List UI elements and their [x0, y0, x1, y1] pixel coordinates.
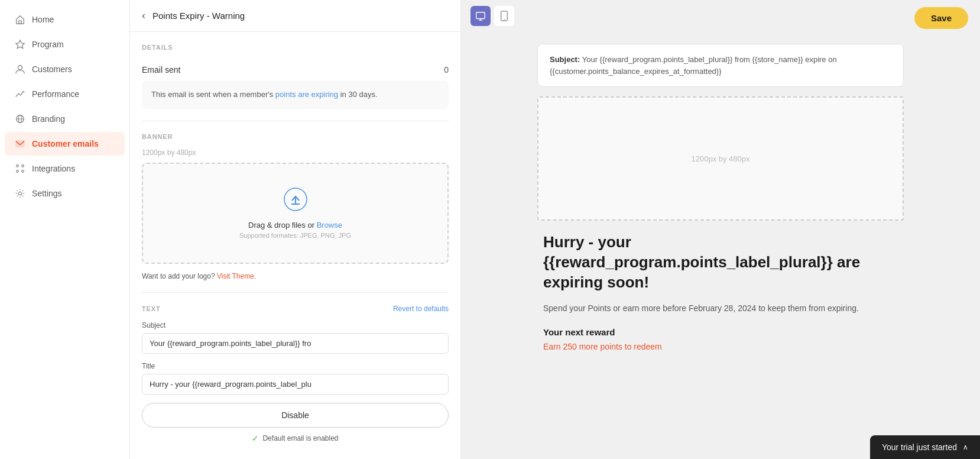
- subject-input[interactable]: [142, 333, 449, 354]
- panel-title: Points Expiry - Warning: [152, 11, 245, 21]
- drop-text-before: Drag & drop files or: [248, 221, 317, 230]
- sidebar-item-customers[interactable]: Customers: [5, 57, 125, 81]
- upload-icon: [155, 188, 436, 216]
- email-body-paragraph: Spend your Points or earn more before Fe…: [543, 302, 898, 315]
- browse-link[interactable]: Browse: [317, 221, 342, 230]
- info-text-before: This email is sent when a member's: [151, 90, 275, 99]
- svg-point-7: [17, 165, 19, 167]
- details-info-box: This email is sent when a member's point…: [142, 80, 449, 109]
- performance-icon: [14, 88, 26, 100]
- desktop-preview-btn[interactable]: [470, 6, 491, 26]
- email-subject-box: Subject: Your {{reward_program.points_la…: [537, 44, 904, 87]
- details-section-label: DETAILS: [142, 44, 449, 51]
- home-icon: [14, 14, 26, 25]
- svg-point-19: [504, 19, 505, 20]
- svg-point-11: [18, 192, 21, 195]
- save-button[interactable]: Save: [914, 7, 968, 29]
- svg-rect-15: [476, 12, 485, 19]
- check-icon: ✓: [252, 434, 259, 443]
- info-text-after: in 30 days.: [338, 90, 378, 99]
- svg-point-10: [22, 170, 24, 173]
- sidebar-item-customer-emails[interactable]: Customer emails: [5, 132, 125, 156]
- preview-panel: Subject: Your {{reward_program.points_la…: [461, 0, 980, 459]
- email-body: Hurry - your {{reward_program.points_lab…: [537, 232, 904, 363]
- panel-content: DETAILS Email sent 0 This email is sent …: [130, 32, 460, 459]
- svg-rect-0: [19, 21, 22, 24]
- detail-panel: ‹ Points Expiry - Warning DETAILS Email …: [130, 0, 461, 459]
- program-icon: [14, 38, 26, 50]
- drop-zone-text: Drag & drop files or Browse: [155, 221, 436, 230]
- svg-point-9: [17, 170, 19, 173]
- subject-value: Your {{reward_program.points_label_plura…: [550, 55, 837, 76]
- sidebar-item-program-label: Program: [32, 40, 64, 49]
- email-next-reward-heading: Your next reward: [543, 327, 898, 337]
- sidebar-item-settings[interactable]: Settings: [5, 182, 125, 205]
- email-points-text: Earn 250 more points to redeem: [543, 342, 898, 351]
- banner-preview-text: 1200px by 480px: [691, 154, 749, 163]
- default-email-text: Default email is enabled: [262, 434, 338, 442]
- svg-point-8: [22, 165, 24, 167]
- text-section-label: TEXT: [142, 305, 161, 312]
- panel-header: ‹ Points Expiry - Warning: [130, 0, 460, 32]
- banner-section-label: BANNER: [142, 133, 449, 140]
- logo-note-before: Want to add your logo?: [142, 272, 217, 280]
- sidebar-item-home[interactable]: Home: [5, 8, 125, 31]
- trial-chevron-icon[interactable]: ∧: [963, 443, 968, 451]
- preview-content: Subject: Your {{reward_program.points_la…: [461, 32, 980, 459]
- trial-text: Your trial just started: [882, 442, 957, 452]
- earn-points-link[interactable]: Earn 250 more points to redeem: [543, 342, 662, 351]
- sidebar-item-integrations[interactable]: Integrations: [5, 157, 125, 180]
- email-preview-container: Subject: Your {{reward_program.points_la…: [537, 44, 904, 447]
- revert-defaults-link[interactable]: Revert to defaults: [393, 305, 449, 313]
- svg-marker-1: [16, 40, 24, 49]
- svg-rect-6: [16, 141, 24, 147]
- mobile-preview-btn[interactable]: [494, 6, 514, 26]
- points-expiring-link[interactable]: points are expiring: [275, 90, 338, 99]
- default-email-note: ✓ Default email is enabled: [142, 434, 449, 443]
- sidebar-item-performance[interactable]: Performance: [5, 82, 125, 106]
- sidebar-item-branding[interactable]: Branding: [5, 107, 125, 131]
- section-divider-2: [142, 292, 449, 293]
- trial-banner: Your trial just started ∧: [870, 435, 980, 459]
- text-section-header: TEXT Revert to defaults: [142, 305, 449, 313]
- sidebar-item-settings-label: Settings: [32, 189, 62, 198]
- sidebar-item-integrations-label: Integrations: [32, 164, 75, 173]
- logo-note: Want to add your logo? Visit Theme.: [142, 272, 449, 280]
- title-input[interactable]: [142, 374, 449, 395]
- sidebar: Home Program Customers Performance Brand…: [0, 0, 130, 459]
- banner-preview: 1200px by 480px: [537, 96, 904, 221]
- customers-icon: [14, 63, 26, 75]
- customer-emails-icon: [14, 138, 26, 150]
- subject-label: Subject:: [550, 55, 580, 64]
- sidebar-item-customers-label: Customers: [32, 64, 72, 74]
- sidebar-item-branding-label: Branding: [32, 114, 65, 124]
- disable-button[interactable]: Disable: [142, 403, 449, 428]
- integrations-icon: [14, 163, 26, 174]
- svg-point-2: [18, 66, 22, 70]
- sidebar-item-home-label: Home: [32, 15, 54, 24]
- banner-drop-zone[interactable]: Drag & drop files or Browse Supported fo…: [142, 163, 449, 264]
- subject-field-label: Subject: [142, 321, 449, 329]
- title-field-label: Title: [142, 362, 449, 370]
- email-sent-row: Email sent 0: [142, 59, 449, 80]
- banner-size: 1200px by 480px: [142, 148, 449, 157]
- branding-icon: [14, 113, 26, 125]
- drop-zone-subtext: Supported formates: JPEG, PNG, JPG: [155, 232, 436, 239]
- section-divider-1: [142, 121, 449, 121]
- email-sent-value: 0: [444, 65, 449, 75]
- email-heading: Hurry - your {{reward_program.points_lab…: [543, 232, 898, 292]
- settings-icon: [14, 188, 26, 199]
- email-sent-label: Email sent: [142, 65, 180, 75]
- sidebar-item-performance-label: Performance: [32, 89, 79, 99]
- back-button[interactable]: ‹: [142, 9, 145, 22]
- visit-theme-link[interactable]: Visit Theme.: [217, 272, 256, 280]
- sidebar-item-customer-emails-label: Customer emails: [32, 139, 99, 148]
- preview-toolbar: [461, 0, 980, 32]
- sidebar-item-program[interactable]: Program: [5, 33, 125, 56]
